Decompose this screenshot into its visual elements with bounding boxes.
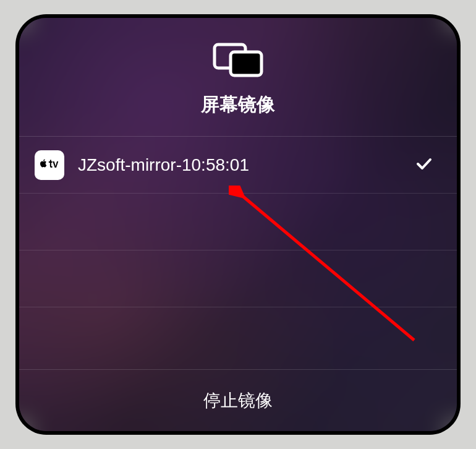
screen-mirror-icon	[213, 43, 263, 80]
device-item[interactable]: JZsoft-mirror-10:58:01	[19, 137, 457, 194]
stop-mirroring-button[interactable]: 停止镜像	[203, 389, 273, 413]
empty-device-slot	[19, 307, 457, 364]
check-icon	[416, 155, 432, 175]
panel-title: 屏幕镜像	[201, 92, 275, 118]
device-list: JZsoft-mirror-10:58:01	[19, 137, 457, 369]
svg-rect-1	[231, 52, 261, 75]
empty-device-slot	[19, 250, 457, 307]
panel-footer: 停止镜像	[19, 369, 457, 431]
screen-mirroring-panel: 屏幕镜像 JZsoft-mirror-10:58:01	[19, 18, 457, 431]
empty-device-slot	[19, 194, 457, 250]
panel-frame: 屏幕镜像 JZsoft-mirror-10:58:01	[15, 14, 461, 435]
panel-header: 屏幕镜像	[19, 18, 457, 137]
device-name-label: JZsoft-mirror-10:58:01	[78, 155, 416, 175]
apple-tv-icon	[35, 150, 64, 180]
